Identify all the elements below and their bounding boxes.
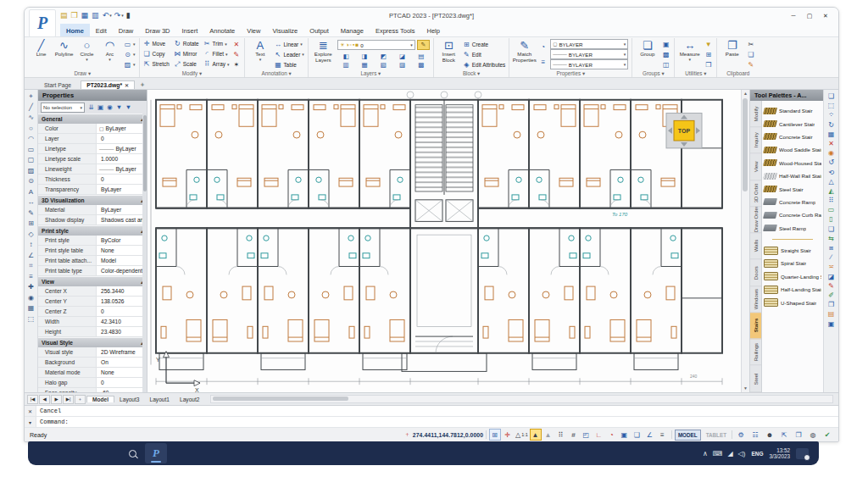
ribbon-icon-button[interactable]: ▼: [704, 40, 713, 49]
palette-item[interactable]: Concrete Ramp: [764, 196, 821, 208]
coordinates-readout[interactable]: 274.4411,144.7812,0.0000: [413, 432, 483, 438]
status-tool[interactable]: ⇱: [778, 429, 790, 441]
window-control-button[interactable]: ─: [786, 10, 801, 21]
measure-button[interactable]: ↔Measure▾: [678, 39, 701, 69]
ribbon-icon-button[interactable]: ✕: [231, 40, 241, 49]
text-button[interactable]: AText▾: [248, 39, 271, 69]
layer-select[interactable]: ☀◑▫▪■ 0 ▾: [337, 40, 415, 50]
status-tool[interactable]: ⚙: [735, 429, 747, 441]
palette-tab[interactable]: Windows: [750, 286, 761, 313]
match-properties-button[interactable]: ✎Match Properties: [513, 39, 536, 69]
property-row[interactable]: Halo gap0: [38, 378, 147, 388]
property-row[interactable]: Print styleByColor: [38, 236, 147, 246]
status-toggle[interactable]: ✛: [502, 429, 514, 441]
draw-tool-icon[interactable]: ╱: [29, 103, 33, 111]
draw-tool-icon[interactable]: A: [29, 188, 33, 196]
view-cube[interactable]: TOP: [666, 114, 702, 148]
property-row[interactable]: Center Z0: [38, 307, 147, 317]
panel-label[interactable]: Properties ▾: [513, 69, 628, 77]
window-control-button[interactable]: ▢: [802, 10, 817, 21]
palette-tab[interactable]: Modify: [750, 101, 761, 127]
layer-tool-button[interactable]: ▨: [393, 61, 410, 69]
layer-tool-button[interactable]: ▥: [337, 61, 354, 69]
layer-tool-button[interactable]: ▤: [413, 53, 430, 60]
modify-tool-icon[interactable]: ▯: [829, 215, 832, 223]
modify-tool-icon[interactable]: ❏: [828, 92, 834, 100]
menu-tab[interactable]: Draw: [113, 24, 140, 36]
menu-tab[interactable]: View: [241, 24, 266, 36]
ribbon-icon-button[interactable]: ✎: [746, 60, 755, 69]
property-row[interactable]: Visual style2D Wireframe: [38, 347, 147, 358]
palette-tab[interactable]: Inquiry: [750, 127, 761, 153]
property-row[interactable]: BackgroundOn: [38, 358, 147, 368]
panel-label[interactable]: Annotation ▾: [248, 69, 303, 77]
window-control-button[interactable]: ✕: [818, 10, 833, 21]
ribbon-small-button[interactable]: ▭▾: [124, 40, 136, 49]
palette-item[interactable]: Straight Stair: [764, 244, 821, 257]
panel-label[interactable]: Block ▾: [437, 69, 505, 77]
status-toggle[interactable]: △1:1: [515, 429, 529, 441]
modify-tool-icon[interactable]: ≍: [828, 263, 834, 270]
property-row[interactable]: Thickness0: [38, 175, 147, 185]
draw-tool-icon[interactable]: ≡: [29, 273, 33, 280]
property-row[interactable]: MaterialByLayer: [38, 205, 147, 215]
draw-tool-icon[interactable]: ▢: [28, 156, 35, 164]
draw-tool-icon[interactable]: ↔: [28, 198, 35, 206]
property-row[interactable]: Center X256.3440: [38, 286, 147, 297]
property-row[interactable]: Layer0: [38, 134, 147, 144]
tablet-button[interactable]: TABLET: [704, 430, 729, 440]
paste-button[interactable]: ❐Paste: [721, 39, 743, 69]
layout-nav-button[interactable]: ▶|: [63, 395, 74, 404]
ribbon-small-button[interactable]: ⇱Stretch: [143, 59, 171, 69]
draw-tool-icon[interactable]: ∿: [28, 114, 34, 121]
ribbon-big-button[interactable]: ∿Polyline: [53, 39, 75, 69]
status-toggle[interactable]: ▲: [542, 429, 554, 441]
modify-tool-icon[interactable]: ✕: [828, 140, 834, 147]
draw-tool-icon[interactable]: ▨: [28, 167, 35, 175]
status-tool[interactable]: ☷: [749, 429, 761, 441]
quick-access-button[interactable]: ❒: [71, 12, 79, 19]
palette-item[interactable]: Steel Stair: [764, 182, 821, 195]
layout-nav-button[interactable]: |◀: [27, 395, 38, 404]
panel-label[interactable]: Layers ▾: [312, 69, 430, 77]
property-row[interactable]: Face opacity-60: [38, 388, 147, 392]
ribbon-icon-button[interactable]: ❏: [746, 50, 755, 59]
layout-tab[interactable]: Layout3: [114, 396, 144, 402]
section-header[interactable]: General▴: [38, 114, 147, 124]
modify-tool-icon[interactable]: ▣: [828, 320, 835, 328]
palette-item[interactable]: Spiral Stair: [764, 257, 821, 269]
ribbon-icon-button[interactable]: ❒: [704, 60, 713, 69]
ribbon-small-button[interactable]: ✂Trim▾: [203, 39, 230, 48]
ribbon-small-button[interactable]: ✎Edit: [463, 50, 505, 59]
modify-tool-icon[interactable]: ▭: [828, 206, 835, 214]
modify-tool-icon[interactable]: △: [828, 178, 833, 186]
modify-tool-icon[interactable]: ❏: [828, 225, 834, 233]
command-history-row[interactable]: ✕ Cancel: [25, 406, 838, 417]
palette-item[interactable]: Wood Saddle Stair: [764, 143, 821, 156]
panel-label[interactable]: Clipboard: [721, 69, 755, 77]
property-row[interactable]: Color▢ByLayer: [38, 124, 147, 134]
draw-tool-icon[interactable]: ⊙: [28, 177, 34, 185]
ribbon-small-button[interactable]: ⊙▾: [124, 50, 136, 59]
insert-block-button[interactable]: ⊡Insert Block: [437, 39, 460, 69]
draw-tool-icon[interactable]: ▭: [28, 146, 35, 153]
draw-tool-icon[interactable]: ⬚: [28, 315, 35, 323]
quick-access-button[interactable]: ▤: [60, 12, 69, 19]
modify-tool-icon[interactable]: ⁘: [828, 111, 834, 119]
modify-tool-icon[interactable]: ◭: [828, 187, 833, 195]
draw-tool-icon[interactable]: ↕: [30, 241, 33, 248]
tray-icon[interactable]: ◢: [727, 450, 732, 458]
quick-access-button[interactable]: ↷▾: [114, 12, 124, 19]
palette-tab[interactable]: 3D Orbit: [750, 180, 761, 207]
property-row[interactable]: Print style tableNone: [38, 246, 147, 256]
property-select[interactable]: ———BYLAYER▾: [550, 49, 628, 59]
ribbon-small-button[interactable]: ◜Fillet▾: [203, 49, 230, 58]
modify-tool-icon[interactable]: ⇆: [828, 235, 834, 242]
ribbon-big-button[interactable]: ○Circle▾: [75, 39, 98, 69]
ribbon-small-button[interactable]: ◈Edit Attributes: [463, 60, 505, 69]
ribbon-small-button[interactable]: ⋈Mirror: [174, 49, 201, 58]
ribbon-small-button[interactable]: ▦Table: [274, 60, 303, 69]
layout-tab[interactable]: Model: [86, 396, 114, 402]
palette-item[interactable]: Wood-Housed Stair: [764, 157, 821, 169]
status-toggle[interactable]: ▣: [619, 429, 631, 441]
